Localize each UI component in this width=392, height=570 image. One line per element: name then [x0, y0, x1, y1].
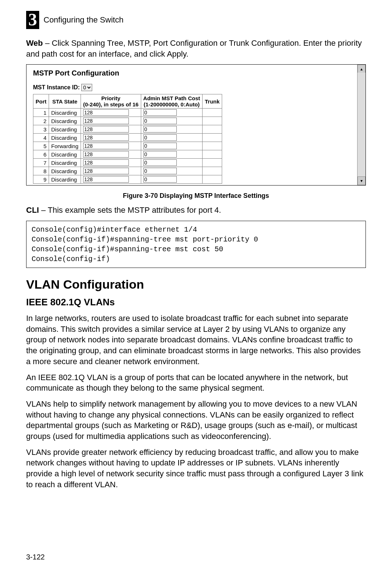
cell-priority [81, 167, 141, 175]
cell-trunk [203, 167, 222, 175]
cell-port: 8 [33, 167, 49, 175]
col-sta-state: STA State [49, 94, 81, 109]
scrollbar-track[interactable] [358, 73, 366, 177]
subsection-heading-ieee: IEEE 802.1Q VLANs [26, 297, 366, 308]
figure-caption: Figure 3-70 Displaying MSTP Interface Se… [26, 192, 366, 200]
body-paragraph: VLANs provide greater network efficiency… [26, 447, 366, 490]
cell-port: 9 [33, 175, 49, 184]
cell-sta-state: Discarding [49, 117, 81, 125]
cell-port: 1 [33, 109, 49, 117]
cell-port: 4 [33, 134, 49, 142]
section-heading-vlan: VLAN Configuration [26, 277, 366, 292]
cell-priority [81, 159, 141, 167]
priority-input[interactable] [83, 134, 129, 141]
mst-instance-row: MST Instance ID: 0 [33, 84, 359, 91]
path-cost-input[interactable] [143, 134, 177, 141]
cell-port: 6 [33, 150, 49, 159]
cell-trunk [203, 134, 222, 142]
priority-input[interactable] [83, 176, 129, 183]
table-header-row: Port STA State Priority (0-240), in step… [33, 94, 222, 109]
cell-trunk [203, 117, 222, 125]
col-path-cost: Admin MST Path Cost (1-200000000, 0:Auto… [141, 94, 203, 109]
path-cost-input[interactable] [143, 118, 177, 124]
cell-path-cost [141, 159, 203, 167]
priority-input[interactable] [83, 126, 129, 133]
col-path-l1: Admin MST Path Cost [143, 95, 200, 101]
cell-path-cost [141, 109, 203, 117]
cell-path-cost [141, 117, 203, 125]
chapter-title: Configuring the Switch [44, 15, 123, 25]
path-cost-input[interactable] [143, 109, 177, 116]
path-cost-input[interactable] [143, 126, 177, 133]
table-row: 7Discarding [33, 159, 222, 167]
col-priority-l1: Priority [101, 95, 121, 101]
cli-label: CLI [26, 205, 39, 215]
cli-intro: CLI – This example sets the MSTP attribu… [26, 205, 366, 216]
cell-priority [81, 150, 141, 159]
body-paragraph: An IEEE 802.1Q VLAN is a group of ports … [26, 372, 366, 394]
priority-input[interactable] [83, 159, 129, 166]
panel-title: MSTP Port Configuration [33, 69, 359, 77]
priority-input[interactable] [83, 143, 129, 149]
cell-path-cost [141, 134, 203, 142]
priority-input[interactable] [83, 118, 129, 124]
web-label: Web [26, 38, 43, 48]
cell-trunk [203, 175, 222, 184]
col-priority: Priority (0-240), in steps of 16 [81, 94, 141, 109]
cell-port: 7 [33, 159, 49, 167]
table-row: 6Discarding [33, 150, 222, 159]
document-page: 3 Configuring the Switch Web – Click Spa… [0, 0, 392, 570]
mst-instance-label: MST Instance ID: [33, 84, 80, 90]
table-row: 8Discarding [33, 167, 222, 175]
table-row: 1Discarding [33, 109, 222, 117]
page-number: 3-122 [26, 553, 45, 561]
cell-sta-state: Discarding [49, 159, 81, 167]
path-cost-input[interactable] [143, 176, 177, 183]
table-row: 4Discarding [33, 134, 222, 142]
path-cost-input[interactable] [143, 168, 177, 174]
web-text: – Click Spanning Tree, MSTP, Port Config… [26, 38, 362, 58]
web-instructions: Web – Click Spanning Tree, MSTP, Port Co… [26, 38, 366, 59]
cell-trunk [203, 150, 222, 159]
cell-sta-state: Discarding [49, 150, 81, 159]
col-priority-l2: (0-240), in steps of 16 [83, 101, 139, 107]
priority-input[interactable] [83, 151, 129, 158]
path-cost-input[interactable] [143, 151, 177, 158]
scroll-up-icon[interactable]: ▴ [358, 65, 366, 73]
cell-sta-state: Discarding [49, 125, 81, 134]
cell-priority [81, 134, 141, 142]
body-paragraph: In large networks, routers are used to i… [26, 313, 366, 367]
cell-path-cost [141, 142, 203, 150]
path-cost-input[interactable] [143, 159, 177, 166]
cell-port: 5 [33, 142, 49, 150]
cell-path-cost [141, 150, 203, 159]
cli-code-block: Console(config)#interface ethernet 1/4 C… [26, 221, 366, 268]
mstp-port-table: Port STA State Priority (0-240), in step… [33, 94, 222, 184]
cell-port: 3 [33, 125, 49, 134]
cell-priority [81, 109, 141, 117]
cell-sta-state: Discarding [49, 175, 81, 184]
cell-trunk [203, 159, 222, 167]
cell-sta-state: Discarding [49, 167, 81, 175]
cell-priority [81, 125, 141, 134]
path-cost-input[interactable] [143, 143, 177, 149]
scrollbar[interactable]: ▴ ▾ [357, 65, 366, 185]
priority-input[interactable] [83, 109, 129, 116]
cell-priority [81, 117, 141, 125]
cell-path-cost [141, 125, 203, 134]
mst-instance-select[interactable]: 0 [81, 84, 92, 91]
cell-port: 2 [33, 117, 49, 125]
page-header: 3 Configuring the Switch [26, 11, 366, 29]
cli-text: – This example sets the MSTP attributes … [39, 205, 221, 215]
table-row: 2Discarding [33, 117, 222, 125]
body-paragraph: VLANs help to simplify network managemen… [26, 399, 366, 442]
priority-input[interactable] [83, 168, 129, 174]
col-port: Port [33, 94, 49, 109]
cell-priority [81, 175, 141, 184]
col-trunk: Trunk [203, 94, 222, 109]
cell-sta-state: Discarding [49, 109, 81, 117]
table-row: 5Forwarding [33, 142, 222, 150]
table-row: 3Discarding [33, 125, 222, 134]
col-path-l2: (1-200000000, 0:Auto) [144, 101, 200, 107]
scroll-down-icon[interactable]: ▾ [358, 176, 366, 185]
